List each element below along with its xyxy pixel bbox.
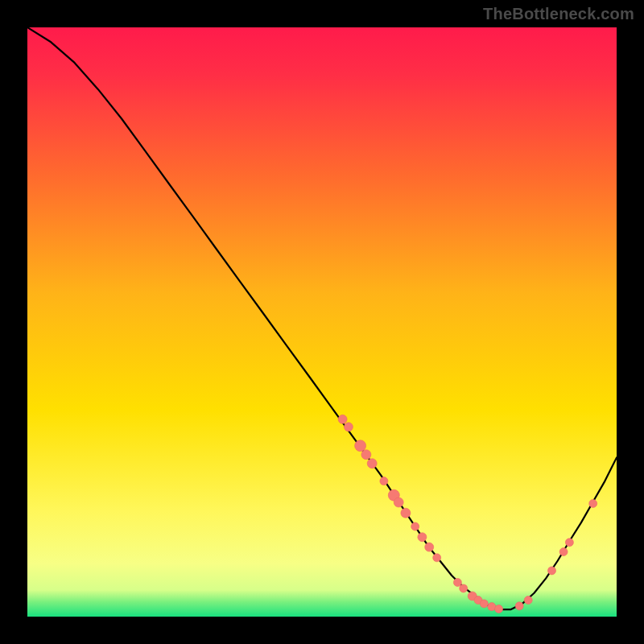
watermark-text: TheBottleneck.com: [483, 5, 634, 23]
highlight-point: [589, 500, 597, 508]
gradient-background: [27, 27, 617, 617]
chart-frame: TheBottleneck.com: [0, 0, 644, 644]
highlight-point: [548, 567, 556, 575]
highlight-point: [344, 423, 353, 431]
highlight-point: [380, 477, 388, 485]
highlight-point: [524, 597, 532, 605]
chart-svg: [27, 27, 617, 617]
highlight-point: [453, 579, 461, 587]
highlight-point: [394, 497, 403, 507]
highlight-point: [515, 602, 523, 610]
highlight-point: [411, 522, 419, 530]
highlight-point: [495, 605, 503, 613]
highlight-point: [488, 603, 496, 611]
highlight-point: [338, 415, 347, 423]
highlight-point: [425, 543, 434, 551]
highlight-point: [433, 554, 441, 562]
plot-area: [27, 27, 617, 617]
highlight-point: [565, 539, 573, 547]
highlight-point: [559, 548, 568, 556]
highlight-point: [355, 440, 366, 452]
highlight-point: [367, 459, 377, 469]
highlight-point: [460, 584, 468, 592]
highlight-point: [361, 450, 371, 460]
highlight-point: [418, 533, 427, 542]
highlight-point: [480, 600, 488, 608]
highlight-point: [401, 508, 411, 518]
